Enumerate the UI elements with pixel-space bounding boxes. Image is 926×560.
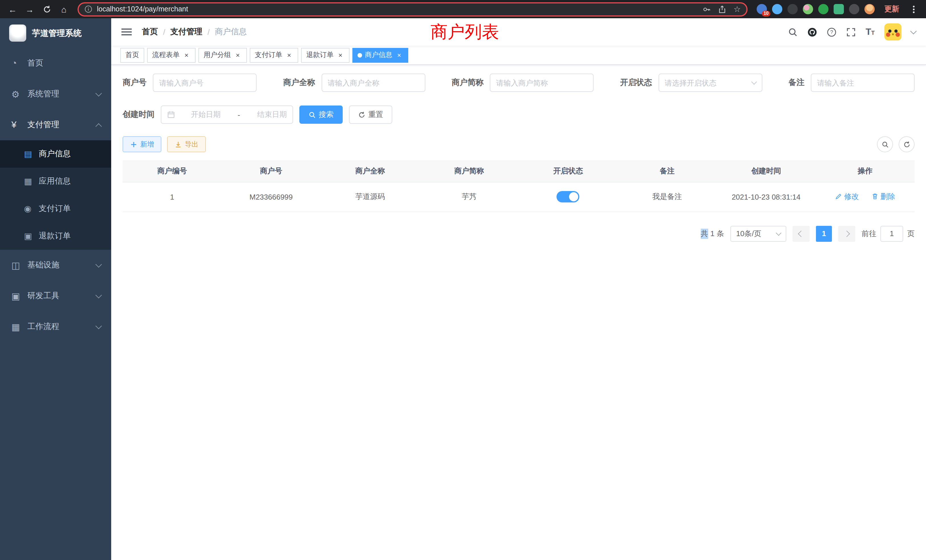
tab-pay-order[interactable]: 支付订单 ×: [250, 48, 298, 62]
sidebar-subitem-label: 商户信息: [39, 149, 71, 159]
help-icon[interactable]: ?: [827, 27, 837, 37]
next-page-button[interactable]: [838, 226, 855, 242]
tab-home[interactable]: 首页: [120, 48, 144, 62]
edit-link[interactable]: 修改: [835, 192, 859, 202]
close-icon[interactable]: ×: [336, 51, 344, 59]
payment-submenu: ▤ 商户信息 ▦ 应用信息 ◉ 支付订单 ▣ 退款订单: [0, 140, 111, 250]
navbar-actions: ? TT: [788, 23, 916, 41]
tab-process-form[interactable]: 流程表单 ×: [147, 48, 195, 62]
sidebar-item-system[interactable]: ⚙ 系统管理: [0, 79, 111, 109]
close-icon[interactable]: ×: [285, 51, 293, 59]
status-select[interactable]: [658, 74, 762, 92]
drop-extension-icon[interactable]: [772, 4, 782, 14]
total-suffix: 条: [717, 229, 724, 239]
breadcrumb-home[interactable]: 首页: [142, 27, 158, 37]
sidebar-item-infra[interactable]: ◫ 基础设施: [0, 250, 111, 281]
url-bar[interactable]: localhost:1024/pay/merchant ☆: [77, 2, 747, 16]
sidebar-item-devtools[interactable]: ▣ 研发工具: [0, 281, 111, 311]
page-size-select[interactable]: 10条/页: [731, 226, 786, 242]
goto-page-input[interactable]: [881, 226, 903, 242]
cell-short-name: 芋艿: [420, 182, 519, 212]
status-toggle[interactable]: [557, 191, 580, 203]
github-icon[interactable]: [807, 27, 817, 37]
full-name-input[interactable]: [328, 79, 419, 87]
merchant-table: 商户编号 商户号 商户全称 商户简称 开启状态 备注 创建时间 操作 1: [123, 160, 915, 212]
date-end-placeholder[interactable]: 结束日期: [257, 109, 287, 120]
reset-button[interactable]: 重置: [349, 106, 392, 124]
date-start-placeholder[interactable]: 开始日期: [191, 109, 221, 120]
prev-page-button[interactable]: [793, 226, 809, 242]
gray-extension-icon[interactable]: [849, 4, 859, 14]
back-icon[interactable]: ←: [6, 2, 20, 16]
dark-extension-icon[interactable]: [787, 4, 798, 14]
font-size-icon[interactable]: TT: [865, 27, 875, 37]
dashboard-icon: ◔: [11, 58, 27, 68]
page-unit-label: 页: [907, 229, 915, 239]
pinned-extension-icon[interactable]: 10: [757, 4, 767, 14]
avatar-caret-icon[interactable]: [911, 30, 916, 34]
user-avatar[interactable]: [884, 23, 902, 41]
tab-merchant-info[interactable]: 商户信息 ×: [353, 48, 408, 62]
merchant-no-label: 商户号: [123, 77, 147, 88]
hamburger-icon[interactable]: [121, 29, 132, 35]
site-info-icon[interactable]: [85, 5, 92, 13]
reload-icon[interactable]: [40, 2, 54, 16]
color-extension-icon[interactable]: [803, 4, 813, 14]
export-button[interactable]: 导出: [167, 136, 206, 152]
date-range-picker[interactable]: 开始日期 - 结束日期: [161, 106, 293, 124]
toggle-search-button[interactable]: [877, 136, 893, 152]
close-icon[interactable]: ×: [183, 51, 191, 59]
col-created-at: 创建时间: [717, 160, 816, 182]
browser-menu-icon[interactable]: [909, 4, 918, 14]
url-text[interactable]: localhost:1024/pay/merchant: [97, 5, 698, 13]
header-search-icon[interactable]: [788, 27, 798, 37]
sidebar-item-refund-order[interactable]: ▣ 退款订单: [0, 222, 111, 250]
chrome-update-button[interactable]: 更新: [880, 2, 904, 16]
home-icon[interactable]: ⌂: [57, 2, 71, 16]
add-button[interactable]: 新增: [123, 136, 161, 152]
logo-avatar: [9, 24, 26, 42]
tab-refund-order[interactable]: 退款订单 ×: [301, 48, 350, 62]
breadcrumb-current: 商户信息: [215, 27, 247, 37]
sidebar-item-merchant-info[interactable]: ▤ 商户信息: [0, 140, 111, 168]
logo[interactable]: 芋道管理系统: [0, 18, 111, 48]
bookmark-star-icon[interactable]: ☆: [734, 5, 741, 14]
sidebar-item-pay-order[interactable]: ◉ 支付订单: [0, 195, 111, 222]
password-key-icon[interactable]: [703, 5, 711, 14]
merchant-no-input[interactable]: [159, 79, 250, 87]
sidebar-item-label: 支付管理: [27, 120, 59, 130]
edit-link-label: 修改: [844, 192, 859, 202]
close-icon[interactable]: ×: [234, 51, 242, 59]
app-grid-icon: ▦: [24, 176, 39, 186]
search-button[interactable]: 搜索: [300, 106, 343, 124]
share-icon[interactable]: [718, 5, 727, 14]
green-square-extension-icon[interactable]: [834, 4, 844, 14]
refresh-table-button[interactable]: [899, 136, 915, 152]
remark-input[interactable]: [817, 79, 908, 87]
profile-avatar-icon[interactable]: [864, 4, 875, 14]
close-icon[interactable]: ×: [395, 51, 403, 59]
breadcrumb-payment[interactable]: 支付管理: [171, 27, 203, 37]
merchant-icon: ▤: [24, 149, 39, 159]
sidebar-item-workflow[interactable]: ▦ 工作流程: [0, 311, 111, 342]
tab-label: 商户信息: [365, 50, 392, 60]
forward-icon[interactable]: →: [23, 2, 36, 16]
navbar: 首页 / 支付管理 / 商户信息 ? TT: [111, 18, 926, 45]
workflow-icon: ▦: [11, 321, 27, 332]
sidebar-item-app-info[interactable]: ▦ 应用信息: [0, 168, 111, 195]
tab-user-group[interactable]: 用户分组 ×: [198, 48, 247, 62]
monitor-icon: ◫: [11, 260, 27, 271]
green-circle-extension-icon[interactable]: [818, 4, 829, 14]
page-1-button[interactable]: 1: [816, 226, 832, 242]
goto-label: 前往: [862, 229, 876, 239]
short-name-input[interactable]: [496, 79, 587, 87]
fullscreen-icon[interactable]: [846, 27, 856, 37]
app-title: 芋道管理系统: [32, 28, 82, 38]
sidebar-item-home[interactable]: ◔ 首页: [0, 48, 111, 79]
full-name-label: 商户全称: [283, 77, 315, 88]
tab-label: 支付订单: [255, 50, 282, 60]
delete-link[interactable]: 删除: [871, 192, 895, 202]
status-select-input[interactable]: [664, 79, 747, 87]
cell-remark: 我是备注: [617, 182, 716, 212]
sidebar-item-payment[interactable]: ¥ 支付管理: [0, 109, 111, 140]
